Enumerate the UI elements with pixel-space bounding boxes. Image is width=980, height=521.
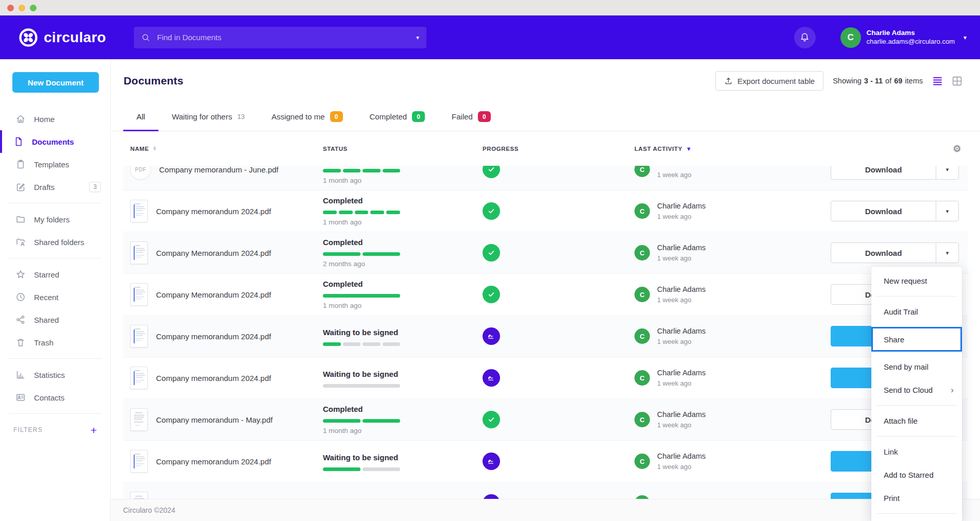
list-view-icon[interactable] bbox=[932, 76, 943, 86]
menu-item-share[interactable]: Share bbox=[871, 327, 962, 352]
close-window-button[interactable] bbox=[7, 5, 14, 11]
sidebar-item-my-folders[interactable]: My folders bbox=[0, 208, 110, 231]
download-button[interactable]: Download▾ bbox=[831, 201, 959, 221]
sort-icon: ▲▼ bbox=[152, 146, 157, 151]
search-scope-chevron-icon[interactable]: ▾ bbox=[416, 34, 419, 41]
row-menu-caret-open[interactable]: ▾ bbox=[936, 243, 958, 263]
progress-segment bbox=[323, 384, 400, 388]
sidebar-item-drafts[interactable]: Drafts3 bbox=[0, 176, 110, 198]
activity-time: 1 week ago bbox=[657, 379, 706, 388]
sidebar-item-contacts[interactable]: Contacts bbox=[0, 386, 110, 409]
status-time: 1 month ago bbox=[323, 302, 483, 311]
action-button-label: Download bbox=[831, 166, 936, 179]
column-header-name[interactable]: NAME▲▼ bbox=[123, 146, 323, 152]
column-header-progress[interactable]: PROGRESS bbox=[483, 146, 634, 152]
sidebar-item-recent[interactable]: Recent bbox=[0, 286, 110, 308]
row-menu-caret[interactable]: ▾ bbox=[936, 166, 958, 179]
table-row[interactable]: C▾ bbox=[123, 482, 968, 499]
table-row[interactable]: Company memorandum 2024.pdfCompleted1 mo… bbox=[123, 190, 968, 232]
progress-segment bbox=[323, 419, 360, 423]
table-viewport[interactable]: PDFCompany memorandum - June.pdf1 month … bbox=[111, 166, 980, 499]
table-row[interactable]: PDFCompany memorandum - June.pdf1 month … bbox=[123, 166, 968, 190]
progress-segment bbox=[323, 467, 360, 471]
table-row[interactable]: Company memorandum 2024.pdfWaiting to be… bbox=[123, 357, 968, 399]
sidebar-item-shared[interactable]: Shared bbox=[0, 308, 110, 331]
menu-item-add-to-starred[interactable]: Add to Starred bbox=[871, 463, 962, 487]
table-row[interactable]: Company Memorandum 2024.pdfCompleted2 mo… bbox=[123, 232, 968, 274]
download-button[interactable]: Download▾ bbox=[831, 242, 959, 263]
download-button[interactable]: Download▾ bbox=[831, 166, 959, 180]
progress-cell bbox=[483, 327, 634, 345]
table-row[interactable]: Company memorandum 2024.pdfWaiting to be… bbox=[123, 316, 968, 357]
sidebar-item-label: Contacts bbox=[34, 393, 64, 402]
activity-user-name: Charlie Adams bbox=[657, 369, 706, 378]
export-document-table-button[interactable]: Export document table bbox=[715, 71, 823, 91]
tab-completed[interactable]: Completed0 bbox=[356, 102, 439, 131]
tab-all[interactable]: All bbox=[123, 102, 159, 131]
sidebar-item-starred[interactable]: Starred bbox=[0, 263, 110, 286]
tab-waiting-for-others[interactable]: Waiting for others13 bbox=[159, 102, 258, 131]
menu-item-audit-trail[interactable]: Audit Trail bbox=[871, 300, 962, 323]
user-email: charlie.adams@circularo.com bbox=[867, 38, 955, 46]
tab-label: All bbox=[136, 112, 145, 121]
table-row[interactable]: Company memorandum - May.pdfCompleted1 m… bbox=[123, 399, 968, 441]
window-titlebar bbox=[0, 0, 980, 15]
status-label: Completed bbox=[323, 237, 483, 248]
sidebar-item-trash[interactable]: Trash bbox=[0, 331, 110, 354]
menu-item-send-to-cloud[interactable]: Send to Cloud› bbox=[871, 378, 962, 402]
actions-cell: Download▾ bbox=[831, 201, 968, 221]
notifications-button[interactable] bbox=[794, 27, 816, 48]
document-name-cell: PDFCompany memorandum - June.pdf bbox=[123, 166, 323, 180]
activity-avatar: C bbox=[634, 287, 650, 302]
menu-item-print[interactable]: Print bbox=[871, 487, 962, 510]
status-label: Waiting to be signed bbox=[323, 452, 483, 463]
sidebar-item-templates[interactable]: Templates bbox=[0, 153, 110, 176]
activity-user-name: Charlie Adams bbox=[657, 202, 706, 211]
sidebar-item-shared-folders[interactable]: Shared folders bbox=[0, 231, 110, 253]
table-row[interactable]: Company Memorandum 2024.pdfCompleted1 mo… bbox=[123, 274, 968, 316]
user-menu[interactable]: C Charlie Adams charlie.adams@circularo.… bbox=[840, 27, 967, 48]
table-row[interactable]: Company memorandum 2024.pdfWaiting to be… bbox=[123, 441, 968, 482]
sidebar-item-label: Starred bbox=[34, 270, 59, 279]
column-header-status[interactable]: STATUS bbox=[323, 146, 483, 152]
signature-pending-icon bbox=[483, 369, 500, 387]
menu-item-new-request[interactable]: New request bbox=[871, 269, 962, 292]
search-input[interactable] bbox=[157, 33, 409, 42]
grid-view-icon[interactable] bbox=[952, 76, 962, 86]
sort-desc-icon: ▼ bbox=[686, 146, 692, 152]
document-thumbnail-icon bbox=[130, 450, 148, 473]
sidebar-item-documents[interactable]: Documents bbox=[0, 130, 110, 153]
sidebar-item-statistics[interactable]: Statistics bbox=[0, 363, 110, 386]
tab-assigned-to-me[interactable]: Assigned to me0 bbox=[258, 102, 356, 131]
progress-segment bbox=[355, 211, 369, 214]
action-button-label: Download bbox=[831, 201, 936, 221]
minimize-window-button[interactable] bbox=[19, 5, 25, 11]
table-settings-icon[interactable]: ⚙ bbox=[831, 143, 968, 154]
activity-avatar: C bbox=[634, 495, 650, 499]
progress-segment bbox=[363, 252, 400, 256]
user-avatar: C bbox=[840, 27, 861, 48]
user-name: Charlie Adams bbox=[867, 29, 955, 38]
sidebar-item-label: Documents bbox=[32, 137, 74, 146]
activity-user-name bbox=[657, 166, 692, 169]
copyright-text: Circularo ©2024 bbox=[123, 506, 175, 514]
sidebar-divider bbox=[8, 258, 102, 258]
progress-segment bbox=[323, 252, 360, 256]
sidebar-item-badge: 3 bbox=[89, 182, 101, 192]
column-header-last-activity[interactable]: LAST ACTIVITY▼ bbox=[634, 146, 831, 152]
menu-item-attach-file[interactable]: Attach file bbox=[871, 409, 962, 432]
last-activity-cell: CCharlie Adams1 week ago bbox=[634, 285, 831, 304]
add-filter-button[interactable]: + bbox=[91, 425, 97, 436]
menu-item-send-by-mail[interactable]: Send by mail bbox=[871, 355, 962, 378]
last-activity-cell: CCharlie Adams1 week ago bbox=[634, 202, 831, 221]
progress-segment bbox=[370, 211, 384, 214]
new-document-button[interactable]: New Document bbox=[12, 72, 99, 93]
zoom-window-button[interactable] bbox=[30, 5, 37, 11]
tab-failed[interactable]: Failed0 bbox=[438, 102, 504, 131]
app-header: circularo ▾ C Charlie Adams charlie.adam… bbox=[0, 15, 980, 59]
row-menu-caret[interactable]: ▾ bbox=[936, 201, 958, 221]
last-activity-cell: CCharlie Adams1 week ago bbox=[634, 452, 831, 471]
menu-item-link[interactable]: Link bbox=[871, 440, 962, 463]
tab-count-badge: 0 bbox=[330, 111, 343, 122]
sidebar-item-home[interactable]: Home bbox=[0, 108, 110, 130]
